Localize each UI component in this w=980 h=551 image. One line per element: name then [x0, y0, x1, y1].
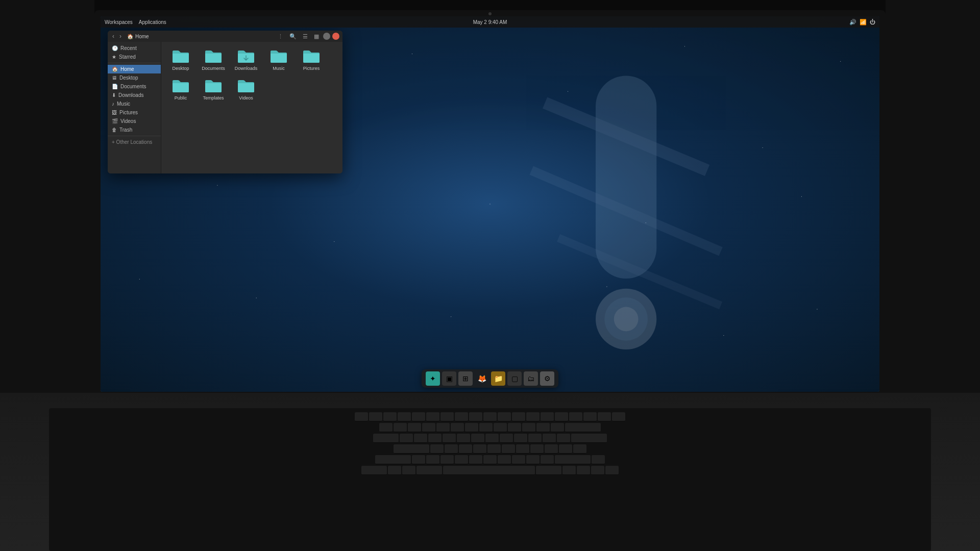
dock-firefox-button[interactable]: 🦊 [475, 371, 489, 386]
key-r[interactable] [443, 434, 456, 443]
key-esc[interactable] [355, 412, 368, 421]
view-grid-button[interactable]: ▦ [312, 32, 321, 41]
key-left[interactable] [577, 466, 590, 475]
other-locations-item[interactable]: + Other Locations [108, 138, 161, 146]
key-slash[interactable] [541, 455, 554, 464]
key-up[interactable] [592, 455, 605, 464]
key-backspace[interactable] [565, 423, 601, 432]
key-e[interactable] [428, 434, 442, 443]
folder-pictures[interactable]: Pictures [296, 46, 327, 73]
key-j[interactable] [516, 444, 529, 454]
dock-settings-button[interactable]: ⚙ [540, 371, 554, 386]
key-h[interactable] [502, 444, 515, 454]
key-fn[interactable] [388, 466, 401, 475]
dock-files-button[interactable]: 📁 [491, 371, 505, 386]
key-rctrl[interactable] [562, 466, 576, 475]
key-z[interactable] [412, 455, 425, 464]
key-period[interactable] [526, 455, 540, 464]
key-equals[interactable] [551, 423, 564, 432]
folder-downloads[interactable]: Downloads [231, 46, 261, 73]
key-f5[interactable] [426, 412, 439, 421]
key-w[interactable] [414, 434, 427, 443]
key-lctrl[interactable] [361, 466, 387, 475]
sidebar-item-music[interactable]: ♪ Music [108, 99, 161, 108]
key-space[interactable] [443, 466, 535, 475]
key-2[interactable] [408, 423, 421, 432]
key-5[interactable] [451, 423, 464, 432]
key-c[interactable] [440, 455, 454, 464]
key-rshift[interactable] [555, 455, 591, 464]
back-button[interactable]: ‹ [111, 33, 116, 40]
key-v[interactable] [455, 455, 468, 464]
key-capslock[interactable] [394, 444, 429, 454]
key-lalt[interactable] [416, 466, 442, 475]
sidebar-item-pictures[interactable]: 🖼 Pictures [108, 108, 161, 117]
key-right[interactable] [605, 466, 619, 475]
key-0[interactable] [522, 423, 535, 432]
dock-workspaces-button[interactable]: ▢ [507, 371, 522, 386]
key-b[interactable] [469, 455, 482, 464]
key-quote[interactable] [573, 444, 586, 454]
workspaces-menu[interactable]: Workspaces [105, 19, 133, 25]
sidebar-item-videos[interactable]: 🎬 Videos [108, 117, 161, 126]
key-3[interactable] [422, 423, 435, 432]
key-f7[interactable] [455, 412, 468, 421]
key-enter[interactable] [571, 434, 607, 443]
key-ralt[interactable] [536, 466, 561, 475]
folder-templates[interactable]: Templates [198, 76, 229, 103]
key-f10[interactable] [498, 412, 511, 421]
key-n[interactable] [483, 455, 497, 464]
key-home[interactable] [569, 412, 582, 421]
key-f2[interactable] [383, 412, 397, 421]
minimize-button[interactable] [323, 33, 330, 40]
key-o[interactable] [514, 434, 527, 443]
key-lshift[interactable] [375, 455, 411, 464]
dock-tiling-button[interactable]: ✦ [426, 371, 440, 386]
sidebar-item-recent[interactable]: 🕐 Recent [108, 44, 161, 53]
sidebar-item-desktop[interactable]: 🖥 Desktop [108, 73, 161, 82]
key-y[interactable] [471, 434, 484, 443]
key-super[interactable] [402, 466, 415, 475]
key-del[interactable] [541, 412, 554, 421]
key-f6[interactable] [440, 412, 454, 421]
key-rbracket[interactable] [557, 434, 570, 443]
key-k[interactable] [530, 444, 544, 454]
key-f12[interactable] [526, 412, 540, 421]
forward-button[interactable]: › [118, 33, 123, 40]
sidebar-item-home[interactable]: 🏠 Home [108, 65, 161, 73]
key-down[interactable] [591, 466, 604, 475]
folder-music[interactable]: Music [263, 46, 294, 73]
key-m[interactable] [498, 455, 511, 464]
volume-icon[interactable]: 🔊 [849, 19, 856, 26]
key-f3[interactable] [398, 412, 411, 421]
sidebar-item-trash[interactable]: 🗑 Trash [108, 126, 161, 134]
key-1[interactable] [394, 423, 407, 432]
key-ins[interactable] [555, 412, 568, 421]
key-end[interactable] [583, 412, 597, 421]
key-a[interactable] [430, 444, 444, 454]
folder-desktop[interactable]: Desktop [165, 46, 196, 73]
key-f1[interactable] [369, 412, 382, 421]
key-u[interactable] [485, 434, 499, 443]
folder-documents[interactable]: Documents [198, 46, 229, 73]
menu-button[interactable]: ⋮ [276, 32, 285, 41]
key-p[interactable] [528, 434, 542, 443]
key-l[interactable] [545, 444, 558, 454]
key-pgdn[interactable] [612, 412, 625, 421]
folder-public[interactable]: Public [165, 76, 196, 103]
search-button[interactable]: 🔍 [287, 32, 299, 41]
key-t[interactable] [457, 434, 470, 443]
key-8[interactable] [494, 423, 507, 432]
key-7[interactable] [479, 423, 493, 432]
key-g[interactable] [487, 444, 501, 454]
key-tab[interactable] [373, 434, 399, 443]
key-f9[interactable] [483, 412, 497, 421]
key-minus[interactable] [536, 423, 550, 432]
folder-videos[interactable]: Videos [231, 76, 261, 103]
applications-menu[interactable]: Applications [139, 19, 166, 25]
sidebar-item-documents[interactable]: 📄 Documents [108, 82, 161, 91]
key-semicolon[interactable] [559, 444, 572, 454]
key-i[interactable] [500, 434, 513, 443]
key-lbracket[interactable] [543, 434, 556, 443]
network-icon[interactable]: 📶 [860, 19, 867, 26]
